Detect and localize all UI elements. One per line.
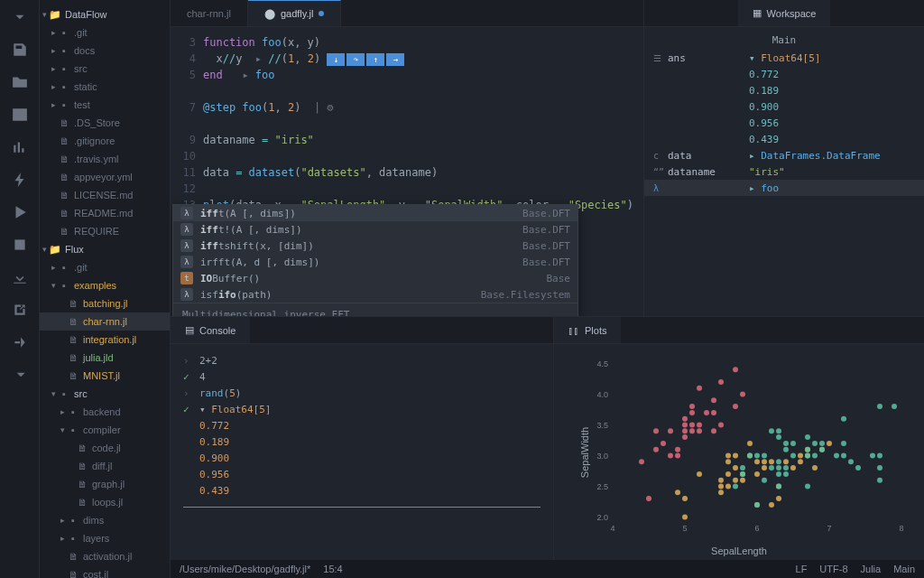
chart-icon[interactable] [12,139,28,155]
tree-item[interactable]: 🗎 .travis.yml [40,150,170,168]
autocomplete-item[interactable]: λ ifft(A [, dims])Base.DFT [173,205,578,221]
save-icon[interactable] [12,42,28,58]
tree-item[interactable]: 🗎 code.jl [40,439,170,457]
svg-point-36 [718,423,724,428]
tree-item[interactable]: 🗎 LICENSE.md [40,186,170,204]
svg-text:3.0: 3.0 [596,452,608,461]
stop-icon[interactable] [12,237,28,253]
plot-area[interactable]: 2.02.53.03.54.04.545678 SepalLength Sepa… [554,344,924,560]
tree-item[interactable]: ▾ 📁 DataFlow [40,5,170,23]
share-icon[interactable] [12,302,28,318]
tree-item[interactable]: ▾ ▪ src [40,385,170,403]
tree-item[interactable]: 🗎 .DS_Store [40,114,170,132]
tree-item[interactable]: 🗎 appveyor.yml [40,168,170,186]
tree-item[interactable]: 🗎 diff.jl [40,457,170,475]
ws-row-ans[interactable]: ☰ans▾ Float64[5] [644,50,924,66]
autocomplete-item[interactable]: λ irfft(A, d [, dims])Base.DFT [173,254,578,270]
tree-item[interactable]: 🗎 cost.jl [40,565,170,578]
tree-item[interactable]: 🗎 MNIST.jl [40,367,170,385]
tree-item[interactable]: 🗎 activation.jl [40,547,170,565]
collapse-icon[interactable] [12,334,28,350]
svg-text:2.0: 2.0 [596,513,608,522]
tree-item[interactable]: 🗎 loops.jl [40,493,170,511]
editor-tabs: char-rnn.jl ⬤ gadfly.jl [171,0,643,27]
tree-item[interactable]: ▸ ▪ src [40,60,170,78]
svg-point-98 [790,441,796,446]
svg-point-105 [819,447,825,452]
chevron-icon[interactable] [12,9,28,25]
svg-point-65 [769,459,774,464]
autocomplete-item[interactable]: t IOBuffer()Base [173,270,578,286]
ws-row-data[interactable]: cdata▸ DataFrames.DataFrame [644,147,924,163]
tree-item[interactable]: 🗎 char-rnn.jl [40,312,170,331]
continue-icon[interactable]: → [386,53,404,66]
svg-point-22 [682,428,688,434]
svg-point-68 [783,459,789,464]
tree-item[interactable]: ▸ ▪ test [40,96,170,114]
svg-point-38 [733,404,738,409]
tree-item[interactable]: ▸ ▪ .git [40,23,170,42]
step-into-icon[interactable]: ↓ [327,53,345,66]
tree-item[interactable]: 🗎 julia.jld [40,349,170,367]
svg-point-108 [841,453,846,459]
tree-item[interactable]: 🗎 REQUIRE [40,222,170,240]
status-scope[interactable]: Main [893,564,915,574]
activity-bar [0,0,40,578]
svg-point-43 [682,496,688,501]
tree-item[interactable]: 🗎 .gitignore [40,132,170,150]
svg-point-13 [646,496,651,501]
download-icon[interactable] [12,269,28,285]
svg-point-48 [725,484,731,489]
autocomplete-item[interactable]: λ ifft!(A [, dims])Base.DFT [173,221,578,238]
console-body[interactable]: ›2+2 ✓4 ›rand(5) ✓▾ Float64[5] 0.7720.18… [171,344,553,560]
status-eol[interactable]: LF [796,564,808,574]
tab-label: gadfly.jl [281,8,313,19]
tree-item[interactable]: ▸ ▪ docs [40,42,170,60]
tree-item[interactable]: ▸ ▪ .git [40,258,170,276]
svg-text:4: 4 [610,524,614,533]
ws-row-dataname[interactable]: “”dataname"iris" [644,163,924,180]
step-out-icon[interactable]: ↑ [366,53,384,66]
tab-console[interactable]: ▤Console [171,317,250,343]
folder-icon[interactable] [12,74,28,90]
tree-item[interactable]: ▾ 📁 Flux [40,240,170,258]
tab-char-rnn[interactable]: char-rnn.jl [171,0,248,26]
step-over-icon[interactable]: ↷ [346,53,365,66]
tab-plots[interactable]: ⫿⫿Plots [554,317,621,343]
tree-item[interactable]: ▸ ▪ backend [40,403,170,421]
svg-text:5: 5 [682,524,687,533]
ws-row-foo[interactable]: λ▸ foo [644,180,924,196]
tree-item[interactable]: 🗎 batching.jl [40,294,170,312]
tab-gadfly[interactable]: ⬤ gadfly.jl [248,0,341,26]
tree-item[interactable]: ▸ ▪ static [40,78,170,96]
code-editor[interactable]: 345 7 9101112131415 function foo(x, y) x… [171,27,643,316]
tree-item[interactable]: 🗎 graph.jl [40,475,170,493]
tree-item[interactable]: ▾ ▪ examples [40,276,170,294]
svg-point-15 [653,428,659,434]
svg-point-92 [776,428,781,434]
svg-point-114 [877,478,882,483]
ws-value: 0.900 [644,98,924,115]
play-icon[interactable] [12,204,28,220]
more-icon[interactable] [12,367,28,383]
lightning-icon[interactable] [12,172,28,188]
status-pos[interactable]: 15:4 [323,564,342,574]
tree-item[interactable]: ▸ ▪ layers [40,529,170,547]
svg-point-107 [834,453,839,459]
tree-item[interactable]: ▸ ▪ dims [40,511,170,529]
status-enc[interactable]: UTF-8 [819,564,847,574]
status-lang[interactable]: Julia [861,564,882,574]
autocomplete-item[interactable]: λ isfifo(path)Base.Filesystem [173,286,578,303]
y-axis-label: SepalWidth [579,426,590,477]
autocomplete-item[interactable]: λ ifftshift(x, [dim])Base.DFT [173,238,578,254]
tree-item[interactable]: 🗎 README.md [40,204,170,222]
svg-point-58 [747,441,753,446]
svg-point-39 [733,367,738,372]
tree-item[interactable]: ▾ ▪ compiler [40,421,170,439]
terminal-icon[interactable] [12,107,28,123]
tab-workspace[interactable]: ▦Workspace [738,0,831,26]
panel-title: Plots [585,325,606,336]
tree-item[interactable]: 🗎 integration.jl [40,331,170,349]
status-path[interactable]: /Users/mike/Desktop/gadfly.jl* [180,564,310,574]
console-value: 0.189 [183,434,541,451]
